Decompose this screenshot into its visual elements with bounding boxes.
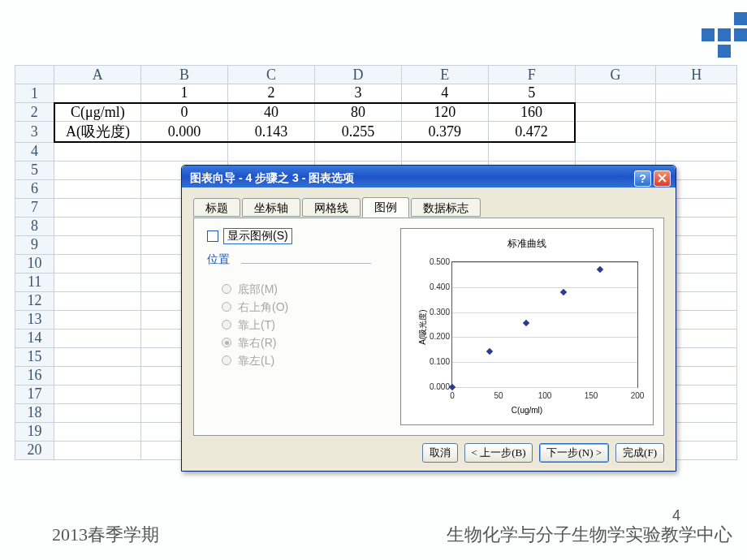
tab-data-labels[interactable]: 数据标志 (411, 198, 481, 217)
help-button[interactable]: ? (634, 170, 651, 187)
cell[interactable] (54, 329, 141, 347)
row-header[interactable]: 18 (15, 403, 54, 422)
cell[interactable]: 0.255 (314, 122, 401, 143)
col-header[interactable]: F (488, 66, 575, 84)
tab-gridlines[interactable]: 网格线 (302, 198, 361, 217)
tab-axes[interactable]: 坐标轴 (242, 198, 300, 217)
cell[interactable] (54, 235, 141, 254)
cell[interactable]: 160 (488, 103, 575, 122)
col-header[interactable]: H (656, 66, 737, 84)
cell[interactable] (575, 142, 656, 161)
cell[interactable]: 1 (141, 84, 228, 103)
row-header[interactable]: 19 (15, 422, 54, 441)
cell[interactable] (54, 142, 141, 161)
cell[interactable] (54, 310, 141, 329)
cell[interactable]: 0 (141, 103, 228, 122)
back-button[interactable]: < 上一步(B) (464, 443, 533, 463)
row-header[interactable]: 15 (15, 347, 54, 366)
chart-title: 标准曲线 (404, 232, 650, 252)
cell[interactable] (656, 103, 737, 122)
cell[interactable] (575, 122, 656, 143)
cell[interactable] (54, 441, 141, 459)
row-header[interactable]: 7 (15, 198, 54, 217)
show-legend-checkbox[interactable]: 显示图例(S) (204, 228, 391, 244)
cell[interactable] (488, 142, 575, 161)
row-header[interactable]: 11 (15, 273, 54, 291)
cell[interactable] (656, 142, 737, 161)
cell[interactable] (314, 142, 401, 161)
cell[interactable] (656, 122, 737, 143)
cell[interactable] (54, 217, 141, 235)
data-point (449, 384, 456, 390)
cell[interactable] (54, 366, 141, 385)
cell[interactable]: 4 (401, 84, 488, 103)
cell[interactable] (54, 161, 141, 179)
radio-icon (222, 338, 231, 347)
tab-title[interactable]: 标题 (193, 198, 240, 217)
col-header[interactable]: B (141, 66, 228, 84)
col-header[interactable]: D (314, 66, 401, 84)
table-row: 2C(μg/ml)04080120160 (15, 103, 737, 122)
tab-legend[interactable]: 图例 (362, 197, 409, 218)
row-header[interactable]: 4 (15, 142, 54, 161)
row-header[interactable]: 10 (15, 254, 54, 273)
slide-corner-decoration (674, 12, 747, 57)
row-header[interactable]: 8 (15, 217, 54, 235)
cell[interactable]: 2 (228, 84, 315, 103)
cell[interactable] (228, 142, 315, 161)
row-header[interactable]: 1 (15, 84, 54, 103)
cell[interactable]: 0.143 (228, 122, 315, 143)
cell[interactable] (54, 254, 141, 273)
cell[interactable] (54, 403, 141, 422)
y-tick-label: 0.100 (422, 357, 450, 366)
cell[interactable]: 40 (228, 103, 315, 122)
footer-right: 生物化学与分子生物学实验教学中心 (447, 523, 732, 547)
cell[interactable]: 80 (314, 103, 401, 122)
cell[interactable] (54, 422, 141, 441)
row-header[interactable]: 5 (15, 161, 54, 179)
cell[interactable] (54, 273, 141, 291)
cell[interactable] (656, 84, 737, 103)
row-header[interactable]: 9 (15, 235, 54, 254)
cell[interactable] (54, 84, 141, 103)
cell[interactable]: 0.472 (488, 122, 575, 143)
divider (241, 263, 371, 264)
close-icon (658, 174, 667, 183)
col-header[interactable]: A (54, 66, 141, 84)
cell[interactable] (54, 291, 141, 310)
col-header[interactable]: G (575, 66, 656, 84)
cell[interactable]: 120 (401, 103, 488, 122)
cancel-button[interactable]: 取消 (422, 443, 458, 463)
row-header[interactable]: 14 (15, 329, 54, 347)
cell[interactable]: 3 (314, 84, 401, 103)
finish-button[interactable]: 完成(F) (615, 443, 664, 463)
dialog-titlebar[interactable]: 图表向导 - 4 步骤之 3 - 图表选项 ? (182, 166, 676, 187)
col-header[interactable]: E (401, 66, 488, 84)
close-button[interactable] (654, 170, 671, 187)
cell[interactable] (54, 198, 141, 217)
row-header[interactable]: 17 (15, 385, 54, 403)
cell[interactable] (141, 142, 228, 161)
cell[interactable]: 5 (488, 84, 575, 103)
cell[interactable]: 0.379 (401, 122, 488, 143)
cell[interactable] (575, 103, 656, 122)
next-button[interactable]: 下一步(N) > (539, 443, 609, 463)
row-header[interactable]: 2 (15, 103, 54, 122)
col-header[interactable]: C (228, 66, 315, 84)
cell[interactable]: 0.000 (141, 122, 228, 143)
cell[interactable]: A(吸光度) (54, 122, 141, 143)
row-header[interactable]: 6 (15, 179, 54, 198)
cell[interactable] (54, 347, 141, 366)
cell[interactable] (401, 142, 488, 161)
footer-left: 2013春季学期 (52, 523, 159, 547)
corner-cell[interactable] (15, 66, 54, 84)
row-header[interactable]: 16 (15, 366, 54, 385)
row-header[interactable]: 3 (15, 122, 54, 143)
row-header[interactable]: 20 (15, 441, 54, 459)
row-header[interactable]: 13 (15, 310, 54, 329)
cell[interactable] (575, 84, 656, 103)
cell[interactable] (54, 385, 141, 403)
row-header[interactable]: 12 (15, 291, 54, 310)
cell[interactable] (54, 179, 141, 198)
cell[interactable]: C(μg/ml) (54, 103, 141, 122)
